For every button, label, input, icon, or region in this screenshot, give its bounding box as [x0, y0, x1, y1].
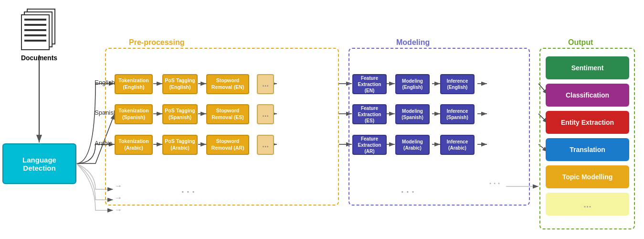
ellipsis-ar: ...: [257, 135, 274, 155]
output-label: Output: [568, 38, 593, 47]
preprocessing-label: Pre-processing: [129, 38, 184, 47]
model-dots-row: · · ·: [489, 179, 500, 188]
output-classification: Classification: [546, 84, 629, 107]
output-translation: Translation: [546, 138, 629, 161]
ellipsis-es: ...: [257, 104, 274, 124]
preproc-center-dots: · · ·: [181, 186, 195, 197]
preprocessing-box: [105, 48, 339, 206]
model-center-dots: · · ·: [401, 186, 414, 197]
tokenization-es: Tokenization (Spanish): [115, 104, 153, 124]
preproc-dots-3: →: [115, 206, 122, 214]
lang-arabic-label: Arabic: [95, 140, 112, 147]
modeling-box: [348, 48, 530, 206]
inference-en: Inference (English): [440, 74, 475, 94]
lang-english-label: English: [95, 79, 115, 86]
doc-line: [24, 40, 46, 42]
pos-ar: PoS Tagging (Arabic): [162, 135, 198, 155]
feature-en: Feature Extraction (EN): [352, 74, 387, 94]
doc-line: [24, 29, 46, 31]
doc-line: [24, 19, 46, 21]
inference-ar: Inference (Arabic): [440, 135, 475, 155]
lang-spanish-label: Spanish: [95, 109, 117, 116]
output-entity-extraction: Entity Extraction: [546, 111, 629, 134]
diagram: Documents LanguageDetection Pre-processi…: [0, 0, 644, 239]
documents-area: Documents: [20, 9, 58, 62]
preproc-dots-1: →: [115, 182, 122, 190]
doc-line: [24, 24, 46, 26]
pos-es: PoS Tagging (Spanish): [162, 104, 198, 124]
pos-en: PoS Tagging (English): [162, 74, 198, 94]
documents-label: Documents: [20, 54, 58, 62]
output-dots: ...: [546, 193, 629, 216]
modeling-es: Modeling (Spanish): [395, 104, 430, 124]
doc-line: [24, 34, 46, 36]
modeling-ar: Modeling (Arabic): [395, 135, 430, 155]
inference-es: Inference (Spanish): [440, 104, 475, 124]
ellipsis-en: ...: [257, 74, 274, 94]
modeling-en: Modeling (English): [395, 74, 430, 94]
lang-detect-box: LanguageDetection: [2, 143, 76, 184]
lang-detect-label: LanguageDetection: [22, 156, 56, 172]
doc-page-front: [21, 14, 50, 50]
output-sentiment: Sentiment: [546, 56, 629, 79]
stopword-en: Stopword Removal (EN): [206, 74, 249, 94]
tokenization-en: Tokenization (English): [115, 74, 153, 94]
modeling-label: Modeling: [396, 38, 430, 47]
tokenization-ar: Tokenization (Arabic): [115, 135, 153, 155]
stopword-ar: Stopword Removal (AR): [206, 135, 249, 155]
doc-stack: [20, 9, 58, 52]
preproc-dots-2: →: [115, 194, 122, 202]
feature-ar: Feature Extraction (AR): [352, 135, 387, 155]
output-topic-modelling: Topic Modelling: [546, 165, 629, 188]
feature-es: Feature Extraction (ES): [352, 104, 387, 124]
stopword-es: Stopword Removal (ES): [206, 104, 249, 124]
